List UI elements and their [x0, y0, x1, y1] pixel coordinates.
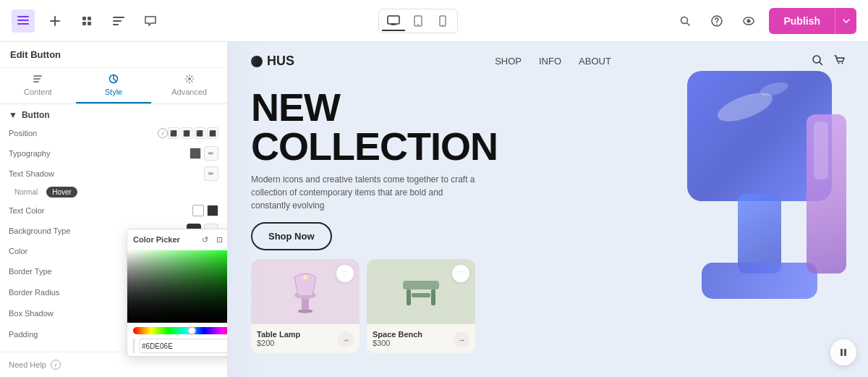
svg-rect-32: [403, 281, 439, 289]
left-panel: Edit Button Content Style Advanced: [0, 42, 228, 377]
top-bar-left: [12, 9, 162, 33]
typography-color-dot[interactable]: [190, 148, 201, 159]
hex-color-swatch[interactable]: [133, 339, 135, 353]
content-tab-label: Content: [24, 88, 52, 96]
publish-button[interactable]: Publish: [769, 8, 835, 34]
normal-state-btn[interactable]: Normal: [9, 187, 43, 198]
hero-section: NEW COLLECTION Modern icons and creative…: [228, 80, 868, 353]
button-section-header: ▼ Button: [0, 104, 227, 123]
svg-rect-10: [388, 16, 399, 24]
layers-icon-btn[interactable]: [107, 9, 130, 33]
hue-slider[interactable]: [133, 327, 228, 334]
logo-text: HUS: [267, 54, 294, 69]
bench-name: Space Bench: [373, 330, 422, 339]
picker-reset-btn[interactable]: ↺: [199, 234, 210, 245]
svg-rect-3: [82, 17, 86, 20]
add-element-icon-btn[interactable]: [43, 9, 67, 33]
svg-rect-5: [82, 22, 86, 25]
bench-price: $300: [373, 339, 422, 347]
svg-rect-21: [33, 78, 41, 80]
bench-arrow-btn[interactable]: →: [454, 331, 469, 347]
text-shadow-row: Text Shadow ✏: [0, 164, 227, 184]
svg-point-12: [417, 24, 419, 25]
bench-product-info: Space Bench $300 →: [367, 324, 475, 353]
padding-label: Padding: [9, 330, 142, 339]
svg-rect-22: [33, 81, 39, 82]
hover-state-btn[interactable]: Hover: [46, 187, 77, 198]
text-color-label: Text Color: [9, 206, 192, 215]
svg-rect-6: [88, 22, 91, 25]
svg-rect-29: [298, 310, 312, 313]
advanced-tab-label: Advanced: [171, 88, 207, 96]
picker-settings-btn[interactable]: ⊡: [213, 234, 225, 245]
svg-point-17: [717, 23, 718, 25]
panel-title: Edit Button: [0, 42, 227, 68]
bench-heart-btn[interactable]: ♡: [452, 265, 469, 282]
publish-dropdown-btn[interactable]: [835, 8, 856, 34]
help-icon-btn[interactable]: [705, 9, 728, 33]
hue-slider-wrap: [127, 323, 228, 336]
help-info-icon[interactable]: i: [51, 360, 61, 370]
top-bar: Publish: [0, 0, 868, 42]
position-controls: ⬛ ⬛ ⬛ ⬛: [168, 127, 218, 139]
tab-content[interactable]: Content: [0, 68, 76, 103]
pause-btn[interactable]: [830, 339, 856, 365]
position-label: Position: [9, 129, 158, 137]
tab-advanced[interactable]: Advanced: [151, 68, 227, 103]
svg-rect-44: [844, 349, 846, 356]
svg-rect-37: [738, 194, 781, 274]
panel-tabs: Content Style Advanced: [0, 68, 227, 104]
lamp-arrow-btn[interactable]: →: [338, 331, 354, 347]
logo-dot: [251, 56, 263, 67]
mobile-btn[interactable]: [431, 11, 454, 31]
text-color-swatch[interactable]: [192, 205, 204, 216]
svg-rect-7: [113, 17, 124, 18]
nav-info[interactable]: INFO: [539, 56, 561, 67]
search-icon-btn[interactable]: [673, 9, 697, 33]
lamp-name: Table Lamp: [257, 330, 300, 339]
align-left-icon[interactable]: ⬛: [168, 127, 179, 139]
text-shadow-label: Text Shadow: [9, 169, 204, 178]
svg-rect-8: [113, 20, 122, 22]
desktop-btn[interactable]: [382, 11, 405, 31]
text-color-dark-swatch[interactable]: [207, 205, 218, 216]
align-stretch-icon[interactable]: ⬛: [207, 127, 218, 139]
typography-edit-btn[interactable]: ✏: [204, 146, 218, 161]
color-gradient-area[interactable]: [127, 250, 228, 323]
text-shadow-edit-btn[interactable]: ✏: [204, 166, 218, 181]
widget-icon-btn[interactable]: [75, 9, 98, 33]
svg-rect-9: [113, 24, 119, 25]
product-card-bench: ♡ Space Bench $300 →: [367, 259, 475, 353]
svg-rect-4: [88, 17, 91, 20]
typography-controls: ✏: [190, 146, 218, 161]
comment-icon-btn[interactable]: [139, 9, 162, 33]
typography-label: Typography: [9, 149, 190, 158]
typography-row: Typography ✏: [0, 143, 227, 164]
device-switcher: [378, 9, 458, 33]
picker-header-actions: ↺ ⊡ ✒: [199, 234, 228, 245]
main-layout: Edit Button Content Style Advanced: [0, 42, 868, 377]
align-right-icon[interactable]: ⬛: [194, 127, 205, 139]
shop-now-btn[interactable]: Shop Now: [251, 222, 332, 250]
product-card-lamp: ♡ Table Lamp $200 →: [251, 259, 359, 353]
bench-details: Space Bench $300: [373, 330, 422, 347]
lamp-heart-btn[interactable]: ♡: [336, 265, 354, 282]
tablet-btn[interactable]: [407, 11, 430, 31]
hex-input-field[interactable]: [139, 339, 228, 353]
section-arrow: ▼: [9, 110, 17, 120]
svg-rect-0: [17, 16, 29, 17]
content-tab-icon: [33, 74, 43, 86]
preview-icon-btn[interactable]: [737, 9, 760, 33]
svg-rect-43: [841, 349, 843, 356]
hamburger-icon-btn[interactable]: [12, 9, 35, 33]
align-center-icon[interactable]: ⬛: [181, 127, 192, 139]
svg-point-19: [747, 19, 751, 22]
nav-shop[interactable]: SHOP: [495, 56, 522, 67]
section-label: Button: [22, 110, 50, 120]
svg-point-15: [681, 17, 688, 23]
advanced-tab-icon: [184, 74, 195, 86]
svg-point-14: [442, 24, 443, 25]
svg-rect-20: [33, 75, 42, 77]
tab-style[interactable]: Style: [76, 68, 152, 103]
nav-about[interactable]: ABOUT: [579, 56, 611, 67]
